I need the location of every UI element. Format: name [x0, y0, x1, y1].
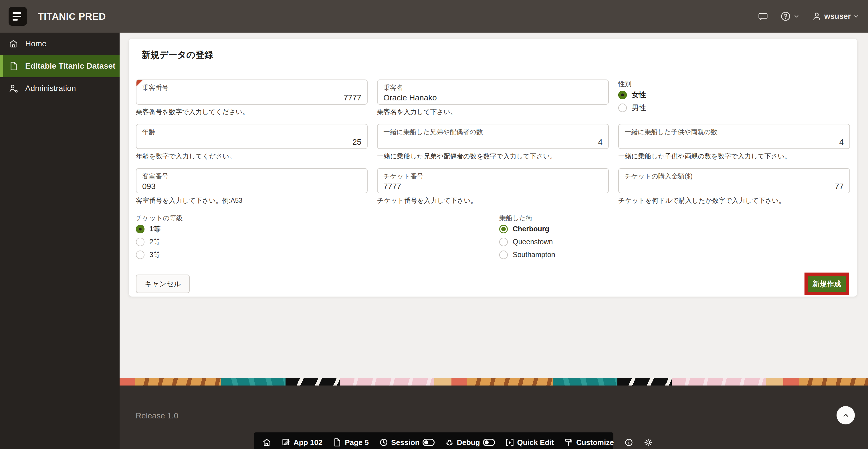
radio-option-male[interactable]: 男性 [618, 101, 850, 114]
radio-option-third-class[interactable]: 3等 [136, 248, 499, 261]
radio-option-queenstown[interactable]: Queenstown [499, 235, 863, 248]
help-icon [780, 11, 791, 22]
dev-app-button[interactable]: App 102 [281, 438, 322, 447]
header-actions: wsuser [758, 11, 860, 22]
home-icon [8, 39, 18, 49]
sidebar-item-home[interactable]: Home [0, 33, 120, 55]
dev-info-button[interactable] [624, 438, 633, 447]
nav-toggle-button[interactable] [8, 7, 27, 26]
paint-roller-icon [564, 438, 573, 447]
help-menu-button[interactable] [780, 11, 800, 22]
radio-option-southampton[interactable]: Southampton [499, 248, 863, 261]
radio-option-second-class[interactable]: 2等 [136, 235, 499, 248]
scroll-to-top-button[interactable] [837, 406, 855, 424]
developer-toolbar: App 102 Page 5 Session Debug Quick Edit … [254, 432, 613, 449]
field-help-text: 客室番号を入力して下さい。例:A53 [136, 196, 368, 205]
clock-icon [379, 438, 388, 447]
sidebar-item-administration[interactable]: Administration [0, 77, 120, 99]
release-label: Release 1.0 [135, 411, 178, 420]
field-help-text: チケットを何ドルで購入したか数字で入力して下さい。 [618, 196, 850, 205]
debug-toggle[interactable] [483, 439, 495, 446]
field-help-text: 一緒に乗船した兄弟や配偶者の数を数字で入力して下さい。 [377, 152, 609, 161]
field-age: 年齢 25 年齢を数字で入力してください。 [136, 124, 368, 161]
dev-home-icon [262, 438, 271, 447]
chevron-up-icon [841, 411, 850, 420]
sidebar-item-label: Administration [25, 84, 76, 93]
edit-icon [281, 438, 291, 447]
required-marker [136, 80, 143, 86]
user-menu-button[interactable]: wsuser [812, 11, 860, 22]
ticket-fare-input[interactable]: チケットの購入金額($) 77 [618, 168, 850, 193]
dev-home-button[interactable] [262, 438, 271, 447]
field-help-text: 年齢を数字で入力してください。 [136, 152, 368, 161]
person-icon [812, 11, 822, 22]
info-icon [624, 438, 633, 447]
quick-edit-icon [505, 438, 515, 447]
radio-unselected-icon[interactable] [136, 251, 145, 259]
field-help-text: 乗客名を入力して下さい。 [377, 107, 609, 117]
app-title: TITANIC PRED [38, 11, 106, 22]
chevron-down-icon [793, 13, 800, 20]
field-help-text: チケット番号を入力して下さい。 [377, 196, 609, 205]
chat-icon [758, 11, 768, 22]
field-passenger-number: 乗客番号 7777 乗客番号を数字で入力してください。 [136, 79, 368, 117]
radio-option-first-class[interactable]: 1等 [136, 223, 499, 235]
radio-unselected-icon[interactable] [499, 251, 508, 259]
radio-unselected-icon[interactable] [618, 103, 627, 112]
dev-page-button[interactable]: Page 5 [333, 438, 369, 447]
bug-icon [445, 438, 454, 447]
page-icon [333, 438, 342, 447]
field-siblings-spouses: 一緒に乗船した兄弟や配偶者の数 4 一緒に乗船した兄弟や配偶者の数を数字で入力し… [377, 124, 609, 161]
passenger-name-input[interactable]: 乗客名 Oracle Hanako [377, 79, 609, 105]
parents-children-input[interactable]: 一緒に乗船した子供や両親の数 4 [618, 124, 850, 149]
feedback-button[interactable] [758, 11, 768, 22]
radio-group-embarked: 乗船した街 Cherbourg Queenstown Southampton [499, 214, 863, 261]
field-passenger-name: 乗客名 Oracle Hanako 乗客名を入力して下さい。 [377, 79, 609, 117]
radio-unselected-icon[interactable] [136, 238, 145, 246]
cancel-button[interactable]: キャンセル [136, 275, 190, 293]
decorative-banner [120, 378, 868, 386]
session-toggle[interactable] [423, 439, 435, 446]
field-cabin-number: 客室番号 093 客室番号を入力して下さい。例:A53 [136, 168, 368, 205]
siblings-spouses-input[interactable]: 一緒に乗船した兄弟や配偶者の数 4 [377, 124, 609, 149]
radio-group-gender: 性別 女性 男性 [618, 79, 850, 117]
cabin-number-input[interactable]: 客室番号 093 [136, 168, 368, 193]
username: wsuser [824, 12, 851, 21]
button-bar: キャンセル 新規作成 [136, 272, 850, 295]
menu-icon [12, 12, 21, 14]
field-help-text: 乗客番号を数字で入力してください。 [136, 107, 368, 117]
sidebar-item-editable-titanic-dataset[interactable]: Editable Titanic Dataset [0, 55, 120, 77]
dev-quick-edit-button[interactable]: Quick Edit [505, 438, 554, 447]
sidebar-item-label: Home [25, 39, 46, 48]
radio-selected-icon[interactable] [618, 91, 627, 99]
radio-option-female[interactable]: 女性 [618, 88, 850, 101]
ticket-number-input[interactable]: チケット番号 7777 [377, 168, 609, 193]
app-header: TITANIC PRED wsuser [0, 0, 868, 33]
form: 乗客番号 7777 乗客番号を数字で入力してください。 乗客名 Oracle H… [129, 69, 857, 295]
dev-debug-button[interactable]: Debug [445, 438, 495, 447]
dev-session-button[interactable]: Session [379, 438, 435, 447]
gear-icon [644, 438, 653, 447]
admin-icon [8, 84, 18, 93]
age-input[interactable]: 年齢 25 [136, 124, 368, 149]
radio-group-ticket-class: チケットの等級 1等 2等 3等 [136, 214, 499, 261]
passenger-number-input[interactable]: 乗客番号 7777 [136, 79, 368, 105]
dev-settings-button[interactable] [644, 438, 653, 447]
field-ticket-number: チケット番号 7777 チケット番号を入力して下さい。 [377, 168, 609, 205]
dev-customize-button[interactable]: Customize [564, 438, 614, 447]
field-help-text: 一緒に乗船した子供や両親の数を数字で入力して下さい。 [618, 152, 850, 161]
document-icon [8, 61, 18, 71]
sidebar: Home Editable Titanic Dataset Administra… [0, 33, 120, 449]
page-title: 新規データの登録 [129, 39, 857, 69]
sidebar-item-label: Editable Titanic Dataset [25, 62, 115, 71]
field-parents-children: 一緒に乗船した子供や両親の数 4 一緒に乗船した子供や両親の数を数字で入力して下… [618, 124, 850, 161]
create-button[interactable]: 新規作成 [808, 276, 846, 292]
create-button-highlight: 新規作成 [805, 272, 849, 295]
radio-selected-icon[interactable] [499, 225, 508, 233]
radio-selected-icon[interactable] [136, 225, 145, 233]
chevron-down-icon [853, 13, 860, 20]
radio-unselected-icon[interactable] [499, 238, 508, 246]
radio-option-cherbourg[interactable]: Cherbourg [499, 223, 863, 235]
form-region-card: 新規データの登録 乗客番号 7777 乗客番号を数字で入力してください。 乗客名… [129, 39, 857, 296]
field-ticket-fare: チケットの購入金額($) 77 チケットを何ドルで購入したか数字で入力して下さい… [618, 168, 850, 205]
